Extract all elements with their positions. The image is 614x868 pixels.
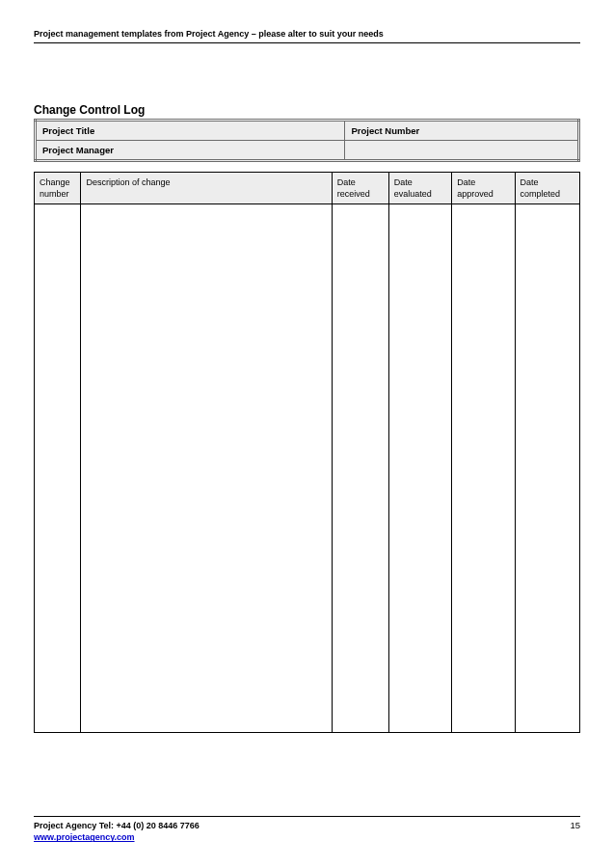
page-number: 15 bbox=[570, 820, 580, 830]
cell-date-completed bbox=[515, 204, 580, 733]
cell-date-approved bbox=[452, 204, 515, 733]
project-title-label: Project Title bbox=[36, 121, 345, 141]
col-header-date-evaluated: Date evaluated bbox=[388, 173, 451, 204]
cell-date-evaluated bbox=[388, 204, 451, 733]
header-text: Project management templates from Projec… bbox=[34, 29, 580, 43]
col-header-date-approved: Date approved bbox=[452, 173, 515, 204]
footer: Project Agency Tel: +44 (0) 20 8446 7766… bbox=[34, 816, 580, 844]
col-header-change-number: Change number bbox=[35, 173, 81, 204]
col-header-description: Description of change bbox=[81, 173, 332, 204]
cell-change-number bbox=[35, 204, 81, 733]
project-manager-label: Project Manager bbox=[36, 141, 345, 161]
info-table: Project Title Project Number Project Man… bbox=[34, 119, 580, 162]
project-manager-value bbox=[345, 141, 579, 161]
footer-divider bbox=[34, 816, 580, 817]
table-row bbox=[35, 204, 580, 733]
section-title: Change Control Log bbox=[34, 103, 580, 117]
cell-description bbox=[81, 204, 332, 733]
project-number-label: Project Number bbox=[345, 121, 579, 141]
log-table: Change number Description of change Date… bbox=[34, 172, 580, 733]
col-header-date-received: Date received bbox=[332, 173, 388, 204]
footer-url[interactable]: www.projectagency.com bbox=[34, 832, 135, 842]
footer-tel: Project Agency Tel: +44 (0) 20 8446 7766 bbox=[34, 820, 200, 832]
col-header-date-completed: Date completed bbox=[515, 173, 580, 204]
cell-date-received bbox=[332, 204, 388, 733]
